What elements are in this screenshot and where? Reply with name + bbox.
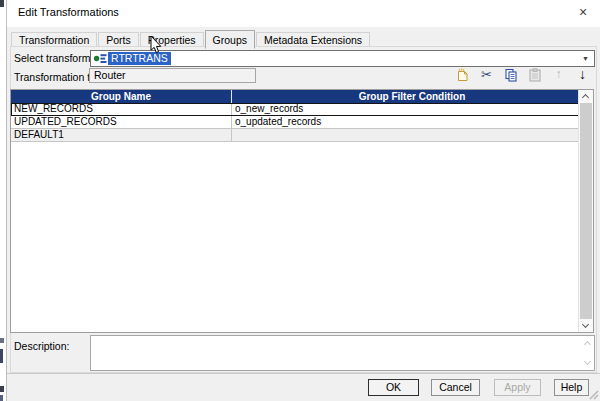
cut-icon[interactable]: ✂ [479,67,494,82]
title-bar: Edit Transformations × [7,0,600,27]
background-window-fragment [0,0,4,7]
table-row[interactable]: UPDATED_RECORDS o_updated_records [11,116,593,129]
group-filter-condition-cell[interactable]: o_updated_records [232,116,593,128]
group-filter-condition-cell[interactable]: o_new_records [232,103,593,115]
group-filter-condition-cell[interactable] [232,129,593,141]
table-scrollbar[interactable] [578,90,593,332]
background-window-fragment [0,395,3,401]
new-group-icon[interactable] [455,67,470,82]
select-transformation-combobox[interactable]: RTRTRANS ▼ [90,50,595,67]
mouse-cursor-icon [150,36,162,54]
groups-table-header: Group Name Group Filter Condition [11,90,593,103]
paste-icon [527,67,542,82]
groups-table: Group Name Group Filter Condition NEW_RE… [10,89,594,333]
dialog-title: Edit Transformations [18,6,119,18]
scrollbar-thumb[interactable] [580,103,592,319]
group-name-cell[interactable]: DEFAULT1 [11,129,232,141]
copy-icon[interactable] [503,67,518,82]
scroll-down-icon[interactable] [579,319,594,332]
scroll-up-icon[interactable] [579,90,594,103]
background-window-fragment [0,338,4,343]
background-window-fragment [0,386,4,392]
close-icon[interactable]: × [574,3,592,21]
description-textarea[interactable] [90,335,595,371]
button-row-divider [7,373,600,374]
router-transformation-icon [93,53,108,64]
scroll-up-icon [584,341,591,348]
edit-transformations-dialog: Edit Transformations × Transformation Po… [6,0,600,401]
move-down-icon[interactable]: ↓ [575,67,590,82]
cancel-button[interactable]: Cancel [431,379,480,396]
chevron-down-icon[interactable]: ▼ [579,53,592,64]
group-name-cell[interactable]: UPDATED_RECORDS [11,116,232,128]
help-button[interactable]: Help [554,379,589,396]
table-row[interactable]: DEFAULT1 [11,129,593,142]
resize-grip[interactable] [588,389,599,400]
column-header-group-filter-condition[interactable]: Group Filter Condition [232,90,593,103]
group-name-cell[interactable]: NEW_RECORDS [11,103,232,115]
scroll-down-icon [584,358,591,365]
transformation-type-field: Router [89,68,256,83]
apply-button: Apply [494,379,541,396]
move-up-icon: ↑ [551,67,566,82]
description-label: Description: [14,340,69,352]
groups-toolbar: ✂ ↑ ↓ [455,66,590,83]
background-window-fragment [0,349,3,363]
ok-button[interactable]: OK [368,379,419,396]
column-header-group-name[interactable]: Group Name [11,90,232,103]
tab-groups[interactable]: Groups [205,30,255,49]
table-row[interactable]: NEW_RECORDS o_new_records [11,103,593,116]
